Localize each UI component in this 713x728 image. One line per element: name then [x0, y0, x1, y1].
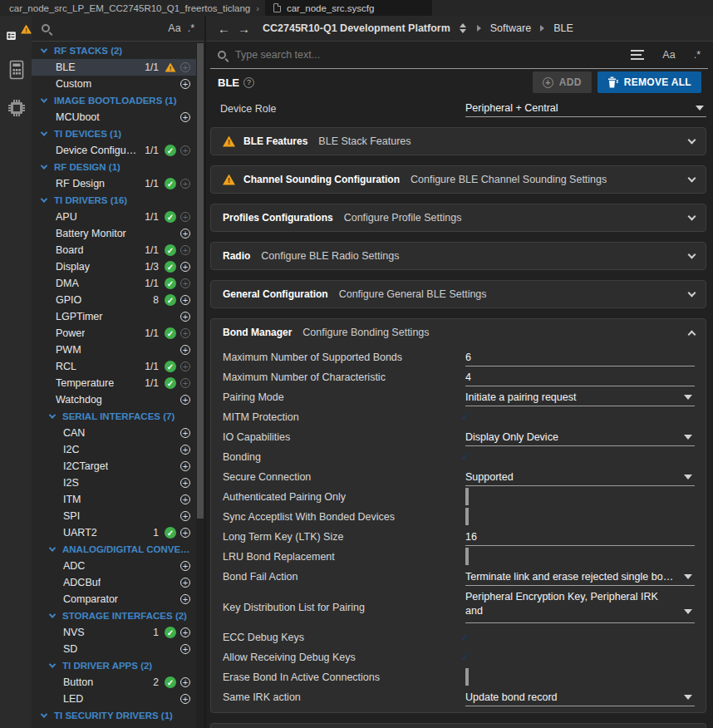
tree-group-rf-stacks-2[interactable]: RF STACKS (2) — [32, 42, 196, 59]
chevron-down-icon[interactable] — [41, 711, 47, 717]
device-chip-icon[interactable] — [6, 97, 27, 119]
tree-item-nvs[interactable]: NVS1 — [32, 624, 196, 641]
remove-all-button[interactable]: REMOVE ALL — [597, 71, 701, 93]
tree-item-dma[interactable]: DMA1/1 — [32, 275, 196, 292]
section-header-ble-features[interactable]: BLE FeaturesBLE Stack Features — [211, 128, 706, 155]
tree-item-apu[interactable]: APU1/1 — [32, 209, 196, 225]
add-instance-button[interactable] — [180, 478, 190, 488]
checkbox-sync-acceptlist-with-bonded-devices[interactable] — [465, 508, 469, 525]
dropdown-same-irk-action[interactable]: Update bond record — [465, 689, 695, 706]
section-header-radio[interactable]: RadioConfigure BLE Radio Settings — [211, 243, 706, 269]
tree-group-ti-driver-apps-2[interactable]: TI DRIVER APPS (2) — [32, 657, 196, 674]
tree-item-gpio[interactable]: GPIO8 — [32, 292, 196, 308]
dropdown-secure-connection[interactable]: Supported — [465, 469, 695, 486]
tree-item-device-configur[interactable]: Device Configur…1/1 — [32, 142, 196, 159]
tree-group-serial-interfaces-7[interactable]: SERIAL INTERFACES (7) — [32, 408, 196, 425]
tree-item-itm[interactable]: ITM — [32, 491, 196, 508]
tree-item-i2c[interactable]: I2C — [32, 441, 196, 458]
add-instance-button[interactable] — [180, 262, 190, 272]
tree-item-rcl[interactable]: RCL1/1 — [32, 358, 196, 375]
tree-item-i2ctarget[interactable]: I2CTarget — [32, 458, 196, 475]
dropdown-bond-fail-action[interactable]: Terminate link and erase rejected single… — [465, 568, 695, 586]
software-panel-icon[interactable] — [6, 25, 27, 47]
tree-group-ti-drivers-16[interactable]: TI DRIVERS (16) — [32, 192, 196, 209]
tree-item-can[interactable]: CAN — [32, 425, 196, 441]
chevron-down-icon[interactable] — [41, 195, 47, 202]
chevron-down-icon[interactable] — [49, 411, 56, 418]
add-instance-button[interactable] — [180, 644, 190, 654]
tree-group-analog-digital-conver[interactable]: ANALOG/DIGITAL CONVER… — [32, 541, 196, 558]
chevron-down-icon[interactable] — [49, 544, 56, 551]
input-long-term-key-ltk-size[interactable]: 16 — [465, 529, 695, 546]
regex-toggle[interactable]: .* — [188, 22, 194, 34]
tree-item-rf-design[interactable]: RF Design1/1 — [32, 175, 196, 192]
add-instance-button[interactable] — [180, 395, 190, 405]
add-instance-button[interactable] — [180, 345, 190, 355]
section-header-channel-sounding-configuration[interactable]: Channel Sounding ConfigurationConfigure … — [211, 166, 706, 193]
tree-item-temperature[interactable]: Temperature1/1 — [32, 375, 196, 391]
tree-item-board[interactable]: Board1/1 — [32, 242, 196, 258]
chevron-down-icon[interactable] — [688, 135, 696, 144]
tree-item-battery-monitor[interactable]: Battery Monitor — [32, 225, 196, 242]
tree-group-image-bootloaders-1[interactable]: IMAGE BOOTLOADERS (1) — [32, 92, 196, 109]
regex-toggle[interactable]: .* — [694, 49, 701, 61]
chevron-down-icon[interactable] — [688, 212, 696, 220]
chevron-down-icon[interactable] — [41, 46, 47, 52]
device-role-dropdown[interactable]: Peripheral + Central — [465, 100, 706, 117]
add-instance-button[interactable] — [180, 428, 190, 438]
match-case-toggle[interactable]: Aa — [662, 49, 675, 61]
add-instance-button[interactable] — [180, 312, 190, 322]
tree-group-storage-interfaces-2[interactable]: STORAGE INTERFACES (2) — [32, 607, 196, 624]
add-instance-button[interactable] — [180, 627, 190, 637]
tree-item-sd[interactable]: SD — [32, 641, 196, 657]
tree-item-power[interactable]: Power1/1 — [32, 325, 196, 342]
chevron-down-icon[interactable] — [688, 250, 696, 258]
chevron-down-icon[interactable] — [41, 162, 47, 169]
tree-item-uart2[interactable]: UART21 — [32, 524, 196, 541]
tree-scrollbar[interactable] — [196, 42, 204, 728]
add-instance-button[interactable] — [180, 578, 190, 588]
add-instance-button[interactable] — [180, 694, 190, 704]
checkbox-lru-bond-replacement[interactable] — [465, 548, 469, 565]
peripherals-calculator-icon[interactable] — [6, 59, 27, 81]
tree-item-lgptimer[interactable]: LGPTimer — [32, 308, 196, 325]
tree-item-adcbuf[interactable]: ADCBuf — [32, 574, 196, 591]
project-breadcrumb[interactable]: car_node_src_LP_EM_CC2745R10_Q1_freertos… — [0, 3, 250, 13]
tree-group-ti-devices-1[interactable]: TI DEVICES (1) — [32, 125, 196, 142]
input-maximum-number-of-supported-bonds[interactable]: 6 — [465, 349, 695, 366]
chevron-down-icon[interactable] — [49, 611, 56, 617]
config-search-bar[interactable]: Type search text... Aa .* — [210, 42, 708, 69]
tree-scrollbar-thumb[interactable] — [197, 43, 204, 519]
tree-item-i2s[interactable]: I2S — [32, 475, 196, 491]
add-instance-button[interactable] — [180, 461, 190, 471]
tree-item-ble[interactable]: BLE1/1 — [32, 59, 196, 76]
tree-item-custom[interactable]: Custom — [32, 76, 196, 92]
add-instance-button[interactable] — [180, 528, 190, 538]
add-instance-button[interactable] — [180, 511, 190, 521]
match-case-toggle[interactable]: Aa — [168, 22, 180, 34]
search-input[interactable]: Type search text... — [235, 49, 622, 61]
chevron-down-icon[interactable] — [688, 288, 696, 297]
help-icon[interactable]: ? — [243, 77, 254, 88]
tree-item-led[interactable]: LED — [32, 691, 196, 707]
tree-item-spi[interactable]: SPI — [32, 508, 196, 524]
next-section-card[interactable] — [210, 723, 706, 728]
board-switch-icon[interactable] — [460, 23, 466, 33]
tree-item-watchdog[interactable]: Watchdog — [32, 391, 196, 408]
chevron-up-icon[interactable] — [688, 330, 696, 338]
tree-item-display[interactable]: Display1/3 — [32, 258, 196, 275]
tree-group-rf-design-1[interactable]: RF DESIGN (1) — [32, 159, 196, 175]
tree-item-button[interactable]: Button2 — [32, 674, 196, 691]
add-instance-button[interactable] — [180, 295, 190, 305]
forward-arrow-icon[interactable]: → — [238, 22, 250, 35]
section-header-bond-manager[interactable]: Bond ManagerConfigure Bonding Settings — [211, 319, 706, 346]
dropdown-key-distribution-list-for-pairing[interactable]: Peripheral Encryption Key, Peripheral IR… — [465, 590, 695, 623]
tree-item-mcuboot[interactable]: MCUboot — [32, 109, 196, 125]
section-header-profiles-configurations[interactable]: Profiles ConfigurationsConfigure Profile… — [211, 204, 706, 231]
add-instance-button[interactable] — [180, 79, 190, 89]
tree-item-adc[interactable]: ADC — [32, 558, 196, 574]
chevron-down-icon[interactable] — [688, 174, 696, 182]
add-instance-button[interactable] — [180, 112, 190, 122]
add-instance-button[interactable] — [180, 561, 190, 571]
active-file-tab[interactable]: car_node_src.syscfg — [265, 0, 432, 16]
